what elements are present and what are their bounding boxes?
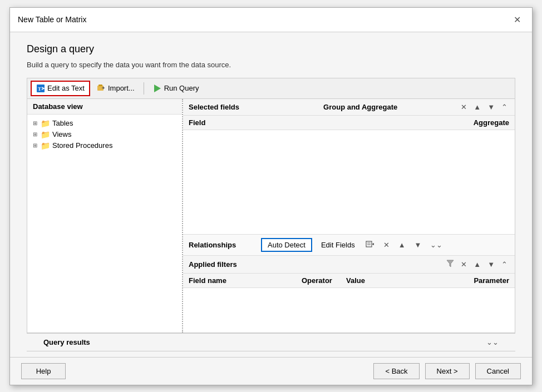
tree-item-views[interactable]: ⊞ 📁 Views (32, 129, 178, 140)
fields-table-header: Field Aggregate (183, 116, 515, 130)
query-results-label: Query results (43, 338, 90, 346)
filter-value-header: Value (346, 276, 459, 285)
folder-tables-icon: 📁 (41, 119, 50, 128)
delete-filter-button[interactable]: ✕ (459, 260, 469, 269)
page-title: Design a query (27, 43, 515, 55)
relationships-label: Relationships (189, 241, 255, 249)
cancel-button[interactable]: Cancel (475, 363, 521, 379)
tree-label-sp: Stored Procedures (52, 141, 112, 150)
edit-fields-button[interactable]: Edit Fields (318, 239, 358, 251)
tree-label-views: Views (52, 130, 71, 138)
dialog-title: New Table or Matrix (18, 15, 86, 24)
selected-fields-header: Selected fields Group and Aggregate ✕ ▲ … (183, 99, 515, 116)
move-filter-up-button[interactable]: ▲ (472, 260, 482, 269)
aggregate-column-header: Aggregate (454, 118, 509, 127)
tree-item-stored-procedures[interactable]: ⊞ 📁 Stored Procedures (32, 140, 178, 151)
applied-filters-label: Applied filters (189, 260, 237, 269)
import-label: Import... (108, 84, 135, 92)
add-filter-button[interactable] (445, 259, 456, 270)
collapse-fields-button[interactable]: ⌃ (500, 102, 509, 112)
dialog-window: New Table or Matrix ✕ Design a query Bui… (9, 7, 533, 385)
move-filter-down-button[interactable]: ▼ (486, 260, 496, 269)
help-button[interactable]: Help (21, 363, 66, 379)
svg-text:T: T (38, 86, 41, 92)
close-button[interactable]: ✕ (510, 13, 524, 26)
fields-empty-area (183, 130, 515, 197)
expand-views-icon: ⊞ (32, 131, 38, 138)
tree-label-tables: Tables (52, 119, 73, 127)
delete-field-button[interactable]: ✕ (459, 102, 469, 112)
main-panel: Database view ⊞ 📁 Tables ⊞ 📁 Views ⊞ � (27, 99, 515, 333)
field-column-header: Field (189, 118, 454, 127)
edit-as-text-button[interactable]: T Edit as Text (31, 81, 90, 96)
edit-as-text-label: Edit as Text (47, 84, 85, 92)
tree-area: ⊞ 📁 Tables ⊞ 📁 Views ⊞ 📁 Stored Procedur… (27, 115, 182, 155)
footer: Help < Back Next > Cancel (10, 357, 532, 385)
applied-filters-actions: ✕ ▲ ▼ ⌃ (445, 259, 509, 270)
auto-detect-button[interactable]: Auto Detect (261, 238, 312, 252)
expand-query-results-icon: ⌄⌄ (486, 338, 499, 346)
move-field-down-button[interactable]: ▼ (486, 102, 496, 112)
run-query-label: Run Query (164, 84, 199, 92)
page-description: Build a query to specify the data you wa… (27, 61, 515, 69)
svg-marker-9 (447, 260, 454, 267)
import-icon (97, 84, 106, 93)
svg-rect-3 (98, 85, 102, 86)
expand-tables-icon: ⊞ (32, 120, 38, 127)
run-query-button[interactable]: Run Query (147, 81, 205, 96)
selected-fields-actions: ✕ ▲ ▼ ⌃ (459, 102, 509, 112)
move-field-up-button[interactable]: ▲ (472, 102, 482, 112)
content-area: Design a query Build a query to specify … (10, 32, 532, 357)
back-button[interactable]: < Back (373, 363, 419, 379)
collapse-filters-button[interactable]: ⌃ (500, 260, 509, 269)
run-query-icon (153, 84, 162, 93)
filters-table: Field name Operator Value Parameter (183, 274, 515, 333)
selected-fields-label: Selected fields (189, 103, 239, 111)
edit-as-text-icon: T (36, 84, 45, 93)
title-bar: New Table or Matrix ✕ (10, 8, 532, 32)
expand-rel-button[interactable]: ⌄⌄ (428, 240, 444, 250)
import-button[interactable]: Import... (91, 81, 140, 96)
next-button[interactable]: Next > (425, 363, 470, 379)
svg-rect-5 (366, 241, 372, 247)
filter-operator-header: Operator (302, 276, 346, 285)
folder-sp-icon: 📁 (41, 141, 50, 150)
tree-item-tables[interactable]: ⊞ 📁 Tables (32, 118, 178, 129)
edit-fields-icon-button[interactable] (364, 239, 376, 251)
applied-filters-header: Applied filters ✕ ▲ ▼ ⌃ (183, 256, 515, 274)
group-aggregate-label: Group and Aggregate (262, 103, 459, 111)
filter-fieldname-header: Field name (189, 276, 302, 285)
svg-marker-4 (154, 85, 161, 92)
filters-table-header: Field name Operator Value Parameter (183, 274, 515, 288)
footer-right: < Back Next > Cancel (373, 363, 521, 379)
applied-filters-section: Applied filters ✕ ▲ ▼ ⌃ (183, 256, 515, 333)
expand-sp-icon: ⊞ (32, 142, 38, 149)
right-panel: Selected fields Group and Aggregate ✕ ▲ … (183, 99, 515, 333)
move-rel-down-button[interactable]: ▼ (413, 240, 423, 250)
delete-relationship-button[interactable]: ✕ (382, 240, 391, 250)
fields-table: Field Aggregate (183, 116, 515, 234)
left-panel: Database view ⊞ 📁 Tables ⊞ 📁 Views ⊞ � (27, 99, 183, 333)
toolbar-separator (144, 82, 144, 95)
filters-empty-area (183, 288, 515, 333)
toolbar: T Edit as Text Import... (27, 78, 515, 99)
filter-parameter-header: Parameter (459, 276, 509, 285)
selected-fields-section: Selected fields Group and Aggregate ✕ ▲ … (183, 99, 515, 234)
database-view-header: Database view (27, 99, 182, 115)
query-results-bar[interactable]: Query results ⌄⌄ (27, 333, 515, 351)
move-rel-up-button[interactable]: ▲ (397, 240, 407, 250)
folder-views-icon: 📁 (41, 130, 50, 139)
relationships-row: Relationships Auto Detect Edit Fields ✕ … (183, 234, 515, 256)
